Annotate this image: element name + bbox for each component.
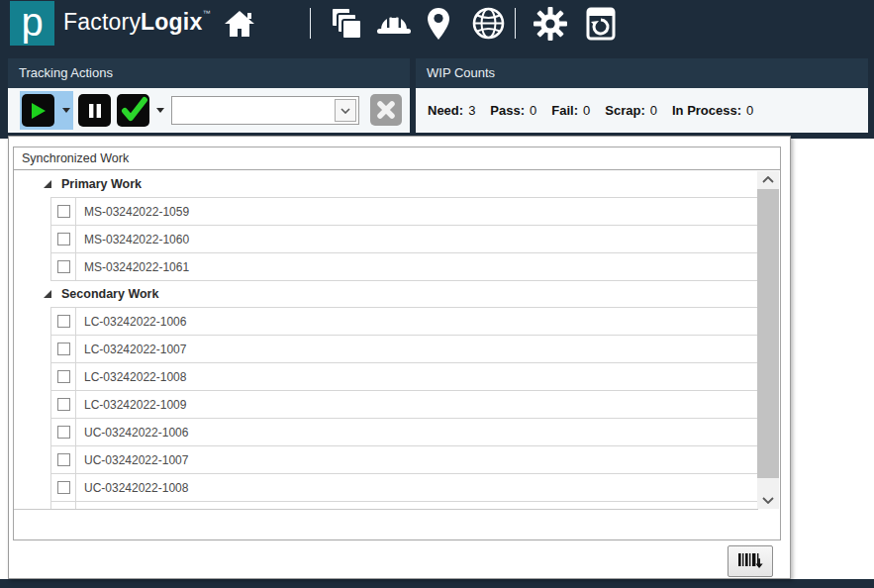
- scroll-up-button[interactable]: [757, 171, 779, 188]
- work-item-checkbox[interactable]: [57, 453, 70, 466]
- pause-tracking-button[interactable]: [78, 94, 111, 127]
- work-item-row[interactable]: LC-03242022-1009: [50, 391, 758, 419]
- work-item-checkbox[interactable]: [57, 260, 70, 273]
- checkbox-cell: [50, 363, 76, 390]
- checkbox-cell: [50, 502, 76, 510]
- work-item-row[interactable]: LC-03242022-1008: [50, 363, 758, 391]
- work-item-checkbox[interactable]: [57, 509, 70, 510]
- work-item-row[interactable]: LC-03242022-1007: [50, 336, 758, 363]
- work-item-checkbox[interactable]: [57, 205, 70, 218]
- globe-icon[interactable]: [468, 0, 508, 47]
- work-item-checkbox[interactable]: [57, 481, 70, 494]
- complete-dropdown-caret[interactable]: [156, 108, 164, 113]
- checkbox-cell: [50, 391, 76, 418]
- group-label: Secondary Work: [61, 287, 158, 301]
- work-item-checkbox[interactable]: [57, 343, 70, 355]
- work-item-label: UC-03242022-1007: [84, 453, 188, 467]
- synchronized-work-header: Synchronized Work: [13, 147, 781, 170]
- work-item-row[interactable]: MS-03242022-1059: [50, 197, 758, 226]
- checkbox-cell: [50, 474, 76, 501]
- checkbox-cell: [50, 198, 76, 225]
- work-item-label: UC-03242022-1006: [84, 426, 188, 440]
- barcode-scan-button[interactable]: [728, 545, 773, 577]
- wip-counts-line: Need:3Pass:0Fail:0Scrap:0In Process:0: [428, 88, 753, 133]
- checkmark-icon: [121, 98, 146, 124]
- toolbar-divider: [310, 8, 311, 39]
- checkbox-cell: [50, 446, 76, 473]
- work-item-checkbox[interactable]: [57, 315, 70, 328]
- pause-icon: [87, 103, 103, 119]
- wip-count: Fail:0: [551, 103, 590, 118]
- chevron-down-icon: [762, 497, 774, 504]
- chevron-up-icon: [762, 176, 774, 183]
- work-item-row[interactable]: UC-03242022-1009: [50, 502, 758, 510]
- work-item-label: MS-03242022-1059: [84, 205, 189, 219]
- factorylogix-logo: p: [10, 1, 54, 46]
- bottom-edge: [0, 579, 874, 588]
- work-item-label: UC-03242022-1009: [84, 509, 188, 511]
- work-item-row[interactable]: MS-03242022-1060: [50, 226, 758, 253]
- work-item-label: MS-03242022-1061: [84, 260, 189, 274]
- work-item-label: UC-03242022-1008: [84, 481, 188, 495]
- tracking-actions-panel: Tracking Actions: [8, 58, 410, 133]
- vertical-scrollbar[interactable]: [757, 171, 779, 509]
- work-item-row[interactable]: LC-03242022-1006: [50, 307, 758, 336]
- tracking-combobox[interactable]: [171, 96, 359, 125]
- work-item-row[interactable]: UC-03242022-1006: [50, 419, 758, 446]
- group-row-primary-work[interactable]: Primary Work: [39, 171, 758, 197]
- play-icon: [30, 102, 48, 120]
- work-item-checkbox[interactable]: [57, 233, 70, 245]
- work-item-row[interactable]: MS-03242022-1061: [50, 253, 758, 281]
- tracking-actions-title: Tracking Actions: [8, 58, 410, 88]
- work-list-box: Primary WorkMS-03242022-1059MS-03242022-…: [13, 169, 781, 540]
- work-list: Primary WorkMS-03242022-1059MS-03242022-…: [39, 171, 758, 510]
- chevron-down-icon: [340, 108, 350, 114]
- barcode-icon: [737, 551, 763, 571]
- work-item-checkbox[interactable]: [57, 370, 70, 383]
- layers-icon[interactable]: [327, 0, 366, 47]
- work-item-label: LC-03242022-1009: [84, 398, 186, 412]
- app-window: p FactoryLogix™: [0, 0, 874, 588]
- wip-counts-panel: WIP Counts Need:3Pass:0Fail:0Scrap:0In P…: [416, 58, 868, 133]
- toolbar-divider: [515, 8, 516, 39]
- wip-count: Scrap:0: [605, 103, 657, 118]
- checkbox-cell: [50, 336, 76, 362]
- top-bar: p FactoryLogix™: [0, 0, 874, 47]
- work-item-checkbox[interactable]: [57, 426, 70, 439]
- combobox-dropdown-button[interactable]: [335, 99, 356, 122]
- wip-counts-title: WIP Counts: [416, 58, 868, 88]
- location-pin-icon[interactable]: [421, 0, 456, 47]
- checkbox-cell: [50, 253, 76, 280]
- clear-button[interactable]: [370, 94, 402, 126]
- group-row-secondary-work[interactable]: Secondary Work: [39, 281, 758, 307]
- work-item-label: LC-03242022-1008: [84, 370, 186, 384]
- synchronized-work-popup: Synchronized Work Primary WorkMS-0324202…: [8, 136, 791, 579]
- complete-tracking-button[interactable]: [117, 94, 149, 127]
- expander-triangle-icon[interactable]: [44, 175, 52, 193]
- logo-letter: p: [21, 2, 43, 42]
- scrollbar-thumb[interactable]: [757, 189, 779, 478]
- scroll-down-button[interactable]: [757, 492, 779, 509]
- settings-gear-icon[interactable]: [531, 0, 570, 47]
- start-dropdown-caret[interactable]: [62, 108, 70, 113]
- wip-count: In Process:0: [672, 103, 753, 118]
- start-tracking-button[interactable]: [22, 94, 54, 127]
- brand-title: FactoryLogix™: [63, 9, 211, 36]
- history-log-icon[interactable]: [581, 0, 621, 47]
- checkbox-cell: [50, 308, 76, 335]
- work-item-label: MS-03242022-1060: [84, 233, 189, 246]
- work-item-row[interactable]: UC-03242022-1008: [50, 474, 758, 502]
- work-item-row[interactable]: UC-03242022-1007: [50, 446, 758, 474]
- wip-count: Pass:0: [490, 103, 536, 118]
- close-x-icon: [376, 100, 396, 120]
- home-icon[interactable]: [220, 0, 259, 47]
- checkbox-cell: [50, 419, 76, 445]
- expander-triangle-icon[interactable]: [44, 285, 52, 303]
- work-item-label: LC-03242022-1007: [84, 343, 186, 356]
- group-label: Primary Work: [61, 177, 142, 191]
- checkbox-cell: [50, 226, 76, 252]
- work-item-label: LC-03242022-1006: [84, 315, 186, 329]
- work-item-checkbox[interactable]: [57, 398, 70, 411]
- hardhat-icon[interactable]: [374, 0, 414, 47]
- work-list-viewport: Primary WorkMS-03242022-1059MS-03242022-…: [14, 170, 758, 510]
